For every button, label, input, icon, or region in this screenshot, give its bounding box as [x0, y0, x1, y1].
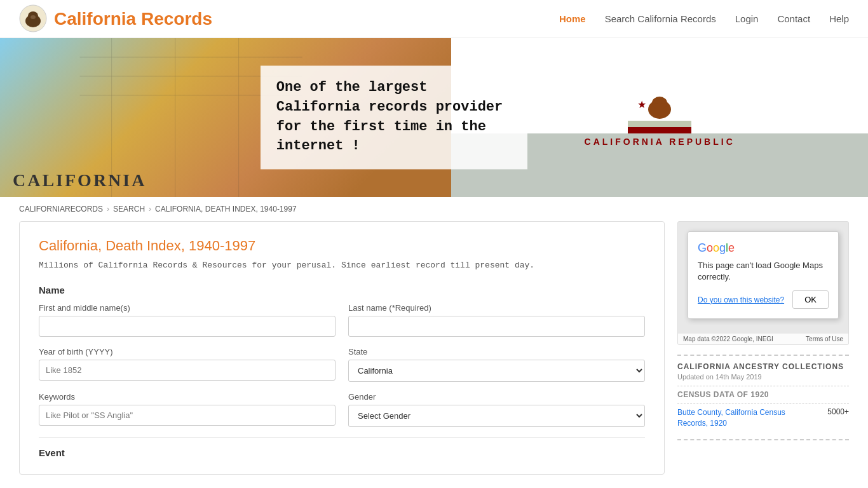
sidebar: Google This page can't load Google Maps …	[677, 221, 849, 475]
hero-banner: CALIFORNIA ★ CALIFORNIA REPUBLIC One of …	[0, 38, 868, 197]
census-label-text: Census Data of 1920	[677, 390, 769, 399]
maps-credit: Map data ©2022 Google, INEGI	[683, 336, 773, 342]
breadcrumb: CALIFORNIARECORDS › SEARCH › CALIFORNIA,…	[0, 197, 868, 221]
state-label: State	[348, 347, 645, 356]
ancestry-updated-date: Updated on 14th May 2019	[677, 373, 849, 381]
state-group: State California All States	[348, 347, 645, 382]
logo-area: California Records	[19, 4, 212, 33]
year-birth-label: Year of birth (YYYY)	[39, 347, 336, 356]
site-title: California Records	[54, 9, 212, 29]
keywords-input[interactable]	[39, 405, 336, 426]
gender-select[interactable]: Select Gender Male Female	[348, 405, 645, 427]
maps-error-popup: Google This page can't load Google Maps …	[688, 231, 839, 319]
google-logo: Google	[698, 241, 829, 255]
keywords-gender-row: Keywords Gender Select Gender Male Femal…	[39, 392, 645, 427]
gender-label: Gender	[348, 392, 645, 402]
keywords-label: Keywords	[39, 392, 336, 402]
last-name-label: Last name (*Required)	[348, 303, 645, 313]
nav-contact[interactable]: Contact	[777, 13, 810, 24]
hero-flag-text: CALIFORNIA REPUBLIC	[585, 137, 735, 147]
svg-point-17	[653, 98, 658, 104]
search-form-card: California, Death Index, 1940-1997 Milli…	[19, 221, 665, 475]
name-row: First and middle name(s) Last name (*Req…	[39, 303, 645, 337]
ancestry-collections-section: CALIFORNIA ANCESTRY COLLECTIONS Updated …	[677, 355, 849, 440]
nav-home[interactable]: Home	[559, 13, 586, 24]
google-o1: o	[707, 241, 713, 254]
maps-bottom-bar: Map data ©2022 Google, INEGI Terms of Us…	[678, 334, 848, 344]
google-o2: o	[713, 241, 719, 254]
event-section-label: Event	[39, 447, 645, 458]
maps-error-message: This page can't load Google Maps correct…	[698, 260, 829, 283]
nav-login[interactable]: Login	[735, 13, 759, 24]
gender-group: Gender Select Gender Male Female	[348, 392, 645, 427]
birth-state-row: Year of birth (YYYY) State California Al…	[39, 347, 645, 382]
form-subtitle: Millions of California Records & Resourc…	[39, 259, 645, 272]
google-g: G	[698, 241, 707, 254]
breadcrumb-home[interactable]: CALIFORNIARECORDS	[19, 205, 103, 214]
breadcrumb-search[interactable]: SEARCH	[113, 205, 145, 214]
nav-help[interactable]: Help	[829, 13, 849, 24]
keywords-group: Keywords	[39, 392, 336, 427]
name-section-label: Name	[39, 285, 645, 295]
svg-rect-14	[628, 127, 691, 133]
first-name-group: First and middle name(s)	[39, 303, 336, 337]
google-g2: g	[719, 241, 726, 254]
ancestry-list-item: Butte County, California Census Records,…	[677, 403, 849, 433]
main-nav: Home Search California Records Login Con…	[559, 13, 849, 24]
bear-logo-icon	[19, 4, 48, 33]
last-name-group: Last name (*Required)	[348, 303, 645, 337]
ancestry-section-title: CALIFORNIA ANCESTRY COLLECTIONS	[677, 362, 849, 371]
hero-tagline: One of the largest California records pr…	[276, 78, 512, 156]
svg-point-18	[661, 98, 666, 104]
maps-error-container: Google This page can't load Google Maps …	[677, 221, 849, 345]
main-content: California, Death Index, 1940-1997 Milli…	[0, 221, 868, 488]
last-name-input[interactable]	[348, 316, 645, 337]
hero-overlay: One of the largest California records pr…	[261, 65, 527, 169]
nav-search[interactable]: Search California Records	[605, 13, 716, 24]
flag-bear-icon: ★	[628, 89, 691, 133]
form-title: California, Death Index, 1940-1997	[39, 238, 645, 254]
state-select[interactable]: California All States	[348, 360, 645, 382]
first-name-label: First and middle name(s)	[39, 303, 336, 313]
breadcrumb-sep-1: ›	[107, 205, 109, 214]
form-divider	[39, 437, 645, 438]
breadcrumb-current: CALIFORNIA, DEATH INDEX, 1940-1997	[155, 205, 297, 214]
year-birth-input[interactable]	[39, 360, 336, 381]
butte-county-link[interactable]: Butte County, California Census Records,…	[677, 407, 792, 429]
butte-county-count: 5000+	[827, 407, 849, 416]
ancestry-census-label-item: Census Data of 1920	[677, 386, 849, 403]
maps-own-website-link[interactable]: Do you own this website?	[698, 295, 784, 304]
year-birth-group: Year of birth (YYYY)	[39, 347, 336, 382]
first-name-input[interactable]	[39, 316, 336, 337]
google-e: e	[728, 241, 735, 254]
svg-point-5	[31, 15, 36, 19]
header: California Records Home Search Californi…	[0, 0, 868, 38]
maps-terms[interactable]: Terms of Use	[806, 336, 843, 342]
breadcrumb-sep-2: ›	[149, 205, 151, 214]
maps-ok-button[interactable]: OK	[792, 290, 829, 309]
maps-error-footer: Do you own this website? OK	[698, 290, 829, 309]
svg-text:★: ★	[637, 99, 646, 110]
